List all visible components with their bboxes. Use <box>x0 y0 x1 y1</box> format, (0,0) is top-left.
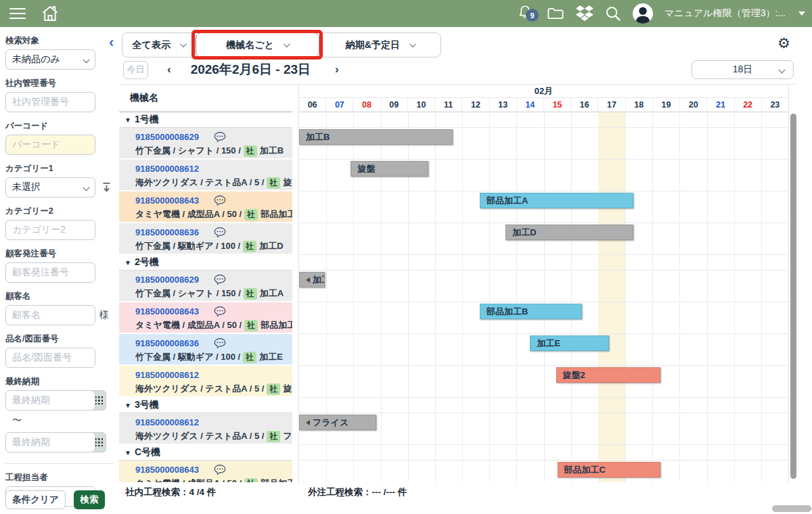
comment-bubble-icon[interactable] <box>214 132 226 143</box>
home-icon[interactable] <box>41 5 60 22</box>
gantt-bar[interactable]: 加工D <box>505 225 633 240</box>
search-button[interactable]: 検索 <box>74 490 105 509</box>
machine-row[interactable]: 9185000008629竹下金属 / シャフト / 150 /社加工B <box>119 128 292 160</box>
filter-input[interactable]: 最終納期 <box>5 390 95 411</box>
avatar[interactable] <box>633 3 653 24</box>
day-cell: 17 <box>598 98 625 112</box>
order-row-detail: タミヤ電機 / 成型品A / 50 /社部品加工C <box>135 477 292 482</box>
filter-input[interactable]: 社内管理番号 <box>5 92 95 112</box>
gantt-bar[interactable]: 部品加工C <box>558 462 661 477</box>
horizontal-scrollbar[interactable] <box>772 505 811 512</box>
date-range-tilde: 〜 <box>12 415 119 427</box>
filter-select[interactable]: 未選択 <box>5 177 95 197</box>
company-badge: 社 <box>243 352 256 363</box>
gantt-bar[interactable]: フライス <box>299 415 376 430</box>
next-period-arrow[interactable]: › <box>335 63 339 76</box>
user-menu-caret-icon[interactable] <box>798 11 805 16</box>
machine-row[interactable]: 9185000008643タミヤ電機 / 成型品A / 50 /社部品加工A <box>119 191 292 223</box>
field-label: 検索対象 <box>5 35 119 47</box>
display-filter-dropdown[interactable]: 全て表示 <box>122 33 196 57</box>
day-cell: 11 <box>435 98 462 112</box>
today-button[interactable]: 今日 <box>123 61 148 79</box>
gantt-group-row <box>299 255 788 271</box>
gantt-grid: 02月 060708091011121314151617181920212223… <box>298 85 789 482</box>
filter-select[interactable]: 未納品のみ <box>5 49 95 70</box>
order-number-link[interactable]: 9185000008643 <box>135 195 199 206</box>
gantt-bar[interactable]: 部品加工A <box>480 193 633 208</box>
order-number-link[interactable]: 9185000008629 <box>135 132 199 142</box>
gantt-group-row <box>299 445 788 461</box>
order-number-link[interactable]: 9185000008636 <box>135 227 199 237</box>
dropbox-icon[interactable] <box>576 5 593 22</box>
folder-icon[interactable] <box>547 6 564 21</box>
order-number-link[interactable]: 9185000008629 <box>135 275 199 285</box>
span-select-dropdown[interactable]: 18日 <box>692 60 794 79</box>
filter-input[interactable]: 最終納期 <box>5 432 95 452</box>
span-select-value: 18日 <box>733 64 753 76</box>
comment-bubble-icon[interactable] <box>214 338 226 349</box>
chevron-down-icon <box>83 185 90 191</box>
gantt-bar[interactable]: 加工E <box>530 335 608 351</box>
machine-row[interactable]: 9185000008643タミヤ電機 / 成型品A / 50 /社部品加工B <box>119 302 292 334</box>
comment-bubble-icon[interactable] <box>214 195 226 206</box>
machine-column-header: 機械名 <box>119 85 292 112</box>
filter-input[interactable]: バーコード <box>5 135 95 155</box>
date-mode-dropdown[interactable]: 納期&予定日 <box>319 33 441 57</box>
filter-input[interactable]: カテゴリー2 <box>5 220 95 240</box>
machine-row[interactable]: 9185000008636竹下金属 / 駆動ギア / 100 /社加工D <box>119 223 292 255</box>
order-row-line1: 9185000008612 <box>135 416 292 429</box>
machine-group-header[interactable]: ▼3号機 <box>119 398 292 413</box>
vertical-scrollbar[interactable] <box>790 114 796 479</box>
gantt-group-row <box>299 398 788 413</box>
search-icon[interactable] <box>605 5 621 22</box>
user-menu-label[interactable]: マニュアル権限（管理3）:... <box>664 7 786 20</box>
gantt-bar[interactable]: 加工A <box>299 272 325 287</box>
machine-group-header[interactable]: ▼C号機 <box>119 445 292 461</box>
select-value: 未納品のみ <box>12 53 60 66</box>
order-number-link[interactable]: 9185000008636 <box>135 338 199 348</box>
gantt-bar[interactable]: 加工B <box>299 129 453 145</box>
process-label: 部品加工C <box>261 477 292 482</box>
group-by-dropdown[interactable]: 機械名ごと <box>196 32 319 57</box>
clear-conditions-button[interactable]: 条件クリア <box>5 490 66 509</box>
collapse-down-icon[interactable] <box>102 182 112 193</box>
machine-row[interactable]: 9185000008612海外ツクリダス / テスト品A / 5 /社旋盤2 <box>119 366 292 398</box>
order-row-detail: 竹下金属 / 駆動ギア / 100 /社加工D <box>135 240 292 252</box>
machine-row[interactable]: 9185000008612海外ツクリダス / テスト品A / 5 /社フライス <box>119 413 292 445</box>
filter-input[interactable]: 顧客名 <box>5 305 95 325</box>
field-label: バーコード <box>5 120 119 132</box>
external-process-count: 外注工程検索：--- /--- 件 <box>308 486 407 498</box>
order-number-link[interactable]: 9185000008643 <box>135 465 199 475</box>
gantt-bar[interactable]: 旋盤2 <box>556 367 661 383</box>
filter-input[interactable]: 顧客発注番号 <box>5 262 95 283</box>
day-cell: 23 <box>762 98 788 112</box>
machine-row[interactable]: 9185000008629竹下金属 / シャフト / 150 /社加工A <box>119 271 292 302</box>
company-badge: 社 <box>267 383 280 395</box>
comment-bubble-icon[interactable] <box>214 275 226 285</box>
comment-bubble-icon[interactable] <box>214 227 226 238</box>
order-row-line1: 9185000008612 <box>135 162 292 175</box>
day-cell: 08 <box>353 98 380 112</box>
collapse-panel-chevron-icon[interactable]: ‹ <box>109 34 114 51</box>
machine-group-header[interactable]: ▼1号機 <box>119 112 292 128</box>
machine-row[interactable]: 9185000008636竹下金属 / 駆動ギア / 100 /社加工E <box>119 334 292 366</box>
order-number-link[interactable]: 9185000008612 <box>135 417 199 427</box>
comment-bubble-icon[interactable] <box>214 306 226 317</box>
order-row-line1: 9185000008629 <box>135 131 292 143</box>
machine-row[interactable]: 9185000008643タミヤ電機 / 成型品A / 50 /社部品加工C <box>119 461 292 482</box>
order-number-link[interactable]: 9185000008612 <box>135 370 199 380</box>
menu-icon[interactable] <box>9 8 26 19</box>
order-number-link[interactable]: 9185000008643 <box>135 306 199 317</box>
machine-row[interactable]: 9185000008612海外ツクリダス / テスト品A / 5 /社旋盤 <box>119 160 292 191</box>
notifications-button[interactable]: 9 <box>518 5 535 22</box>
settings-gear-icon[interactable]: ⚙ <box>777 35 790 51</box>
chevron-down-icon <box>409 41 416 47</box>
gantt-bar[interactable]: 部品加工B <box>480 304 582 319</box>
prev-period-arrow[interactable]: ‹ <box>167 63 171 76</box>
order-number-link[interactable]: 9185000008612 <box>135 164 199 174</box>
machine-group-header[interactable]: ▼2号機 <box>119 255 292 271</box>
filter-input[interactable]: 品名/図面番号 <box>5 348 95 368</box>
input-placeholder: 最終納期 <box>12 436 50 448</box>
comment-bubble-icon[interactable] <box>214 465 226 475</box>
gantt-bar[interactable]: 旋盤 <box>351 161 428 177</box>
